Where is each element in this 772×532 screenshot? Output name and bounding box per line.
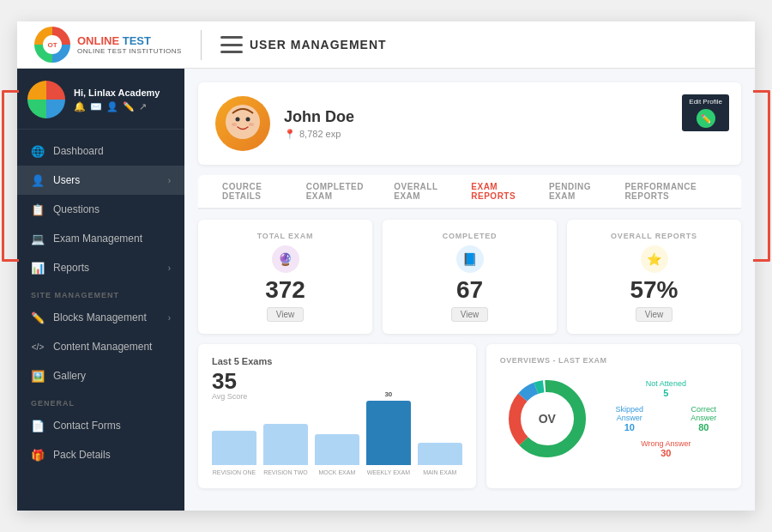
edit-pencil-icon: ✏️ xyxy=(697,109,715,128)
sidebar-item-content[interactable]: </> Content Management xyxy=(17,332,184,361)
profile-info: John Doe 📍 8,782 exp xyxy=(284,108,724,140)
pack-details-icon: 🎁 xyxy=(31,448,45,462)
bar-chart: REVISION ONE REVISION TWO MOCK EXA xyxy=(212,408,462,476)
sidebar-username: Hi, Linlax Academy xyxy=(74,88,174,98)
donut-legend: Not Attened 5 Skipped Answer 10 Correct … xyxy=(605,379,727,458)
sidebar-item-pack-details[interactable]: 🎁 Pack Details xyxy=(17,440,184,469)
stats-row: TOTAL EXAM 🔮 372 View COMPLETED 📘 67 Vie… xyxy=(198,220,741,334)
stat-completed-label: COMPLETED xyxy=(443,232,498,240)
svg-point-2 xyxy=(246,118,250,122)
bar-name: MAIN EXAM xyxy=(423,469,456,476)
logo-text: ONLINE TEST ONLINE TEST INSTITUTIONS xyxy=(77,34,182,55)
sidebar-item-contact-forms[interactable]: 📄 Contact Forms xyxy=(17,411,184,440)
sidebar-item-dashboard[interactable]: 🌐 Dashboard xyxy=(17,136,184,166)
sidebar-item-reports[interactable]: 📊 Reports › xyxy=(17,253,184,282)
logo-oti: ONLINE TEST xyxy=(77,34,182,47)
sidebar-item-label: Questions xyxy=(53,203,171,215)
legend-value: 10 xyxy=(605,422,654,432)
tabs-row: COURCE DETAILS COMPLETED EXAM OVERALL EX… xyxy=(198,175,741,209)
content-icon: </> xyxy=(31,340,45,354)
tab-pending-exam[interactable]: PENDING EXAM xyxy=(539,175,614,209)
tab-completed-exam[interactable]: COMPLETED EXAM xyxy=(296,175,384,209)
legend-skipped: Skipped Answer 10 xyxy=(605,405,654,432)
hamburger-icon[interactable] xyxy=(220,36,243,53)
donut-svg-wrapper: OV xyxy=(500,372,594,466)
bar-label: 30 xyxy=(384,390,392,398)
chevron-right-icon: › xyxy=(168,176,171,185)
donut-center-label: OV xyxy=(539,412,556,426)
sidebar-item-gallery[interactable]: 🖼️ Gallery xyxy=(17,361,184,390)
questions-icon: 📋 xyxy=(31,203,45,216)
donut-chart-title: OVERVIEWS - LAST EXAM xyxy=(500,356,727,365)
sidebar-item-label: Dashboard xyxy=(53,145,171,157)
exam-icon: 💻 xyxy=(31,232,45,245)
bar-rect xyxy=(315,434,359,465)
profile-avatar xyxy=(215,96,270,151)
bar-name: WEEKLY EXAM xyxy=(367,469,410,476)
edit-small-icon: ✏️ xyxy=(123,101,135,112)
completed-view-button[interactable]: View xyxy=(451,307,489,322)
sidebar-item-users[interactable]: 👤 Users › xyxy=(17,166,184,195)
stat-total-exam-value: 372 xyxy=(265,278,305,302)
overall-view-button[interactable]: View xyxy=(636,307,673,322)
logo-area: OT ONLINE TEST ONLINE TEST INSTITUTIONS xyxy=(34,27,182,63)
legend-correct: Correct Answer 80 xyxy=(680,405,727,432)
svg-point-3 xyxy=(232,123,237,126)
mail-icon: ✉️ xyxy=(90,101,102,112)
total-exam-view-button[interactable]: View xyxy=(267,307,305,322)
chevron-right-icon: › xyxy=(168,313,171,323)
bar-name: REVISION ONE xyxy=(213,469,256,476)
user-small-icon: 👤 xyxy=(106,101,118,112)
page-title-area: USER MANAGEMENT xyxy=(220,36,387,53)
main-layout: Hi, Linlax Academy 🔔 ✉️ 👤 ✏️ ↗ 🌐 Dashboa… xyxy=(17,69,755,511)
sidebar-item-label: Content Management xyxy=(53,341,171,353)
edit-profile-button[interactable]: Edit Profile ✏️ xyxy=(682,94,729,131)
legend-not-attened: Not Attened 5 xyxy=(605,379,727,398)
section-general: GENERAL xyxy=(17,390,184,411)
sidebar-avatar xyxy=(27,81,65,118)
tab-performance-reports[interactable]: PERFORMANCE REPORTS xyxy=(614,175,727,209)
bar-revision-one: REVISION ONE xyxy=(212,428,256,476)
donut-container: OV Not Attened 5 Skipped Answer 10 xyxy=(500,372,727,466)
content-area: John Doe 📍 8,782 exp Edit Profile ✏️ COU… xyxy=(184,69,755,511)
sidebar-item-label: Reports xyxy=(53,262,160,274)
legend-value: 5 xyxy=(605,388,727,398)
stat-overall-value: 57% xyxy=(630,278,678,302)
total-exam-icon: 🔮 xyxy=(272,245,299,273)
edit-profile-label: Edit Profile xyxy=(689,98,722,106)
tab-overall-exam[interactable]: OVERALL EXAM xyxy=(383,175,461,209)
blocks-icon: ✏️ xyxy=(31,311,45,324)
section-site-management: SITE MANAGEMENT xyxy=(17,282,184,303)
stat-completed-value: 67 xyxy=(456,278,483,302)
sidebar: Hi, Linlax Academy 🔔 ✉️ 👤 ✏️ ↗ 🌐 Dashboa… xyxy=(17,69,184,511)
sidebar-user-icons: 🔔 ✉️ 👤 ✏️ ↗ xyxy=(74,101,174,112)
top-bar: OT ONLINE TEST ONLINE TEST INSTITUTIONS … xyxy=(17,21,755,69)
tab-course-details[interactable]: COURCE DETAILS xyxy=(212,175,296,209)
tab-exam-reports[interactable]: EXAM REPORTS xyxy=(461,175,539,209)
legend-wrong: Wrong Answer 30 xyxy=(605,439,727,458)
sidebar-item-blocks[interactable]: ✏️ Blocks Management › xyxy=(17,303,184,332)
gallery-icon: 🖼️ xyxy=(31,369,45,383)
sidebar-item-label: Contact Forms xyxy=(53,420,171,432)
logo-inner: OT xyxy=(43,35,62,54)
svg-point-4 xyxy=(249,123,254,126)
share-icon: ↗ xyxy=(139,101,147,112)
bar-main-exam: MAIN EXAM xyxy=(418,440,462,476)
sidebar-item-label: Pack Details xyxy=(53,449,171,461)
avg-score-label: Avg Score xyxy=(212,392,462,401)
legend-label: Skipped Answer xyxy=(605,405,654,422)
stat-card-overall-reports: OVERALL REPORTS ⭐ 57% View xyxy=(567,220,741,334)
reports-icon: 📊 xyxy=(31,261,45,275)
avatar-face-svg xyxy=(215,96,270,151)
sidebar-item-label: Users xyxy=(53,174,160,186)
sidebar-item-questions[interactable]: 📋 Questions xyxy=(17,195,184,224)
topbar-divider xyxy=(201,30,202,60)
users-icon: 👤 xyxy=(31,173,45,187)
svg-point-1 xyxy=(236,118,240,122)
stat-card-total-exam: TOTAL EXAM 🔮 372 View xyxy=(198,220,372,334)
bar-revision-two: REVISION TWO xyxy=(263,421,308,476)
profile-exp-value: 8,782 exp xyxy=(299,129,341,139)
bar-rect xyxy=(212,431,256,465)
dashboard-icon: 🌐 xyxy=(31,144,45,158)
sidebar-item-exam-management[interactable]: 💻 Exam Management xyxy=(17,224,184,253)
